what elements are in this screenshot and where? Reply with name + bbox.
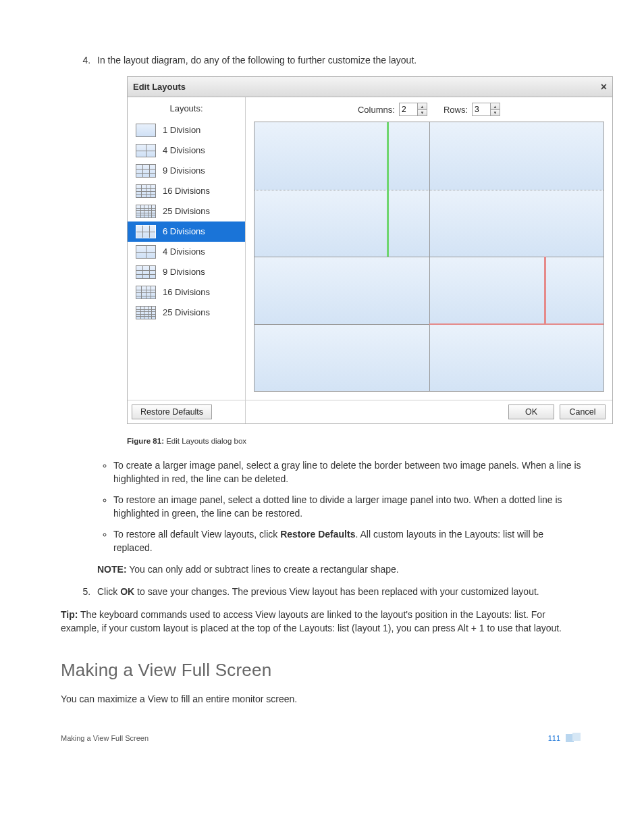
layout-item[interactable]: 6 Divisions <box>128 221 245 242</box>
layouts-pane: Layouts: 1 Division4 Divisions9 Division… <box>128 97 246 423</box>
footer-left: Making a View Full Screen <box>61 734 149 742</box>
layout-grid-icon <box>136 286 156 299</box>
dialog-titlebar: Edit Layouts × <box>128 77 612 98</box>
layout-item-label: 9 Divisions <box>163 165 205 177</box>
tip-text: The keyboard commands used to access Vie… <box>61 609 562 633</box>
columns-up-icon[interactable]: ▲ <box>418 103 427 110</box>
figure-label: Figure 81: <box>127 437 164 445</box>
dialog-title: Edit Layouts <box>133 81 186 93</box>
rows-up-icon[interactable]: ▲ <box>491 103 500 110</box>
layout-list: 1 Division4 Divisions9 Divisions16 Divis… <box>128 120 245 400</box>
ok-button[interactable]: OK <box>508 405 554 419</box>
grid-line[interactable] <box>429 122 430 391</box>
grid-line-red[interactable] <box>544 257 546 324</box>
cancel-button[interactable]: Cancel <box>560 405 606 419</box>
layout-item-label: 4 Divisions <box>163 246 205 258</box>
page-footer: Making a View Full Screen 111 <box>61 733 583 744</box>
layout-item[interactable]: 16 Divisions <box>128 181 245 201</box>
tip: Tip: The keyboard commands used to acces… <box>61 608 583 635</box>
layout-item[interactable]: 16 Divisions <box>128 282 245 303</box>
layout-grid-icon <box>136 184 156 198</box>
layout-grid-icon <box>136 306 156 319</box>
tip-label: Tip: <box>61 609 78 620</box>
layout-item-label: 25 Divisions <box>163 205 210 217</box>
edit-layouts-dialog: Edit Layouts × Layouts: 1 Division4 Divi… <box>127 76 613 425</box>
bullet-2: To restore an image panel, select a dott… <box>113 494 583 520</box>
layout-item[interactable]: 9 Divisions <box>128 161 245 181</box>
section-heading: Making a View Full Screen <box>61 660 583 681</box>
rows-down-icon[interactable]: ▼ <box>491 110 500 116</box>
columns-down-icon[interactable]: ▼ <box>418 110 427 116</box>
layout-grid-icon <box>136 245 156 259</box>
layout-item[interactable]: 9 Divisions <box>128 262 245 282</box>
layout-grid-icon <box>136 124 156 137</box>
layout-grid-icon <box>136 144 156 157</box>
layout-item-label: 16 Divisions <box>163 185 210 197</box>
close-icon[interactable]: × <box>601 80 607 95</box>
bullet-3: To restore all default View layouts, cli… <box>113 528 583 554</box>
layout-item[interactable]: 25 Divisions <box>128 303 245 323</box>
rows-spinner[interactable]: ▲ ▼ <box>472 103 500 116</box>
rows-label: Rows: <box>444 104 468 116</box>
layout-grid-icon <box>136 164 156 178</box>
layout-item[interactable]: 4 Divisions <box>128 140 245 161</box>
layout-editor-pane: Columns: ▲ ▼ Rows: <box>246 97 612 423</box>
restore-defaults-button[interactable]: Restore Defaults <box>132 405 212 419</box>
columns-spinner[interactable]: ▲ ▼ <box>399 103 427 116</box>
layout-item[interactable]: 4 Divisions <box>128 242 245 262</box>
grid-line-red[interactable] <box>429 323 604 325</box>
section-paragraph: You can maximize a View to fill an entir… <box>61 693 583 706</box>
bullet-1: To create a larger image panel, select a… <box>113 459 583 486</box>
layout-item-label: 16 Divisions <box>163 286 210 298</box>
layout-item-label: 6 Divisions <box>163 226 205 238</box>
layout-item-label: 4 Divisions <box>163 145 205 157</box>
layout-grid-icon <box>136 225 156 238</box>
step-4-text: In the layout diagram, do any of the fol… <box>97 55 417 66</box>
columns-input[interactable] <box>400 103 417 115</box>
figure-caption: Figure 81: Edit Layouts dialog box <box>127 436 583 447</box>
page-number: 111 <box>548 734 560 742</box>
note-text: You can only add or subtract lines to cr… <box>127 564 399 575</box>
layout-item[interactable]: 25 Divisions <box>128 201 245 221</box>
grid-line-green[interactable] <box>387 122 389 257</box>
step-4: In the layout diagram, do any of the fol… <box>93 54 583 576</box>
step-5: Click OK to save your changes. The previ… <box>93 585 583 598</box>
rows-input[interactable] <box>473 103 490 115</box>
figure-text: Edit Layouts dialog box <box>164 437 246 445</box>
note: NOTE: You can only add or subtract lines… <box>97 563 583 577</box>
note-label: NOTE: <box>97 564 127 575</box>
layout-item-label: 25 Divisions <box>163 307 210 319</box>
layout-item[interactable]: 1 Division <box>128 120 245 140</box>
columns-label: Columns: <box>358 104 395 116</box>
footer-decoration-icon <box>566 733 583 744</box>
layouts-header: Layouts: <box>128 97 245 120</box>
layout-item-label: 1 Division <box>163 124 200 136</box>
layout-grid-icon <box>136 265 156 279</box>
layout-canvas[interactable] <box>254 122 604 392</box>
layout-grid-icon <box>136 205 156 218</box>
layout-item-label: 9 Divisions <box>163 266 205 278</box>
